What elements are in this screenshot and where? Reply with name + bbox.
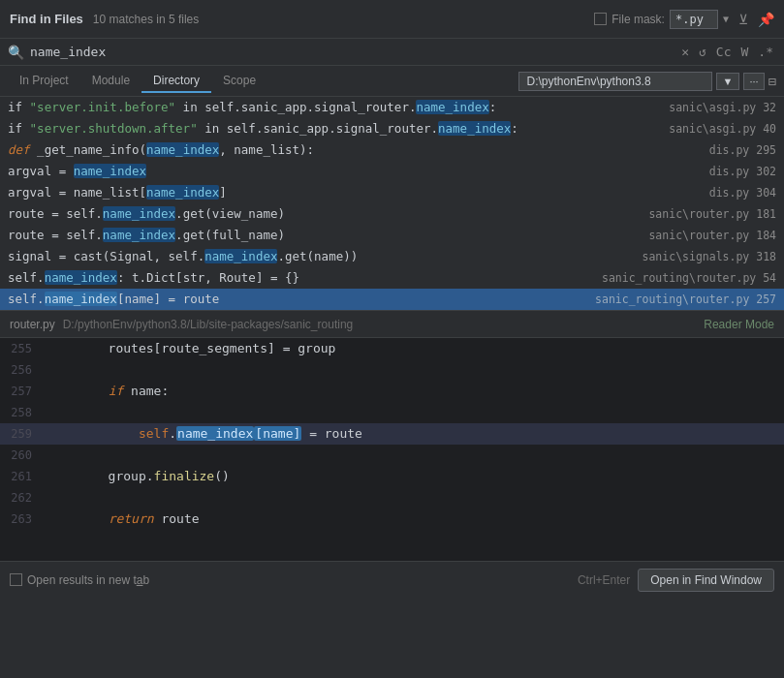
line-code: if name: [44,381,784,402]
result-code: self.name_index: t.Dict[str, Route] = {} [8,268,592,288]
result-row[interactable]: route = self.name_index.get(full_name) s… [0,225,784,246]
result-row[interactable]: if "server.init.before" in self.sanic_ap… [0,97,784,118]
result-row[interactable]: def _get_name_info(name_index, name_list… [0,139,784,161]
find-in-files-header: Find in Files 10 matches in 5 files File… [0,0,784,39]
line-code: self.name_index[name] = route [44,423,784,445]
search-actions: ✕ ↺ Cc W .* [678,44,776,60]
result-row[interactable]: argval = name_index dis.py 302 [0,161,784,182]
file-mask-label: File mask: [612,13,665,26]
pin-icon[interactable]: 📌 [758,12,774,27]
clear-button[interactable]: ✕ [678,44,692,60]
result-code: if "server.shutdown.after" in self.sanic… [8,119,659,139]
code-line: 255 routes[route_segments] = group [0,338,784,359]
reader-mode-button[interactable]: Reader Mode [704,318,774,331]
code-line: 263 return route [0,508,784,530]
file-mask-checkbox[interactable] [594,13,607,25]
line-code: group.finalize() [44,466,784,487]
footer: Open results in new tab Ctrl+Enter Open … [0,561,784,598]
result-code: if "server.init.before" in self.sanic_ap… [8,98,659,117]
line-number: 257 [0,381,44,402]
code-line-highlighted: 259 self.name_index[name] = route [0,423,784,445]
refresh-button[interactable]: ↺ [696,44,709,60]
result-code: self.name_index[name] = route [8,290,585,309]
result-file: sanic\router.py 184 [648,226,776,245]
line-code [44,487,784,508]
result-file: sanic_routing\router.py 54 [602,268,776,288]
open-new-tab-label: Open results in new tab [27,573,149,587]
file-mask-area: File mask: ▼ [594,10,729,29]
panel-title: Find in Files [10,12,83,26]
directory-dropdown-button[interactable]: ▼ [716,73,740,90]
result-row[interactable]: argval = name_list[name_index] dis.py 30… [0,182,784,203]
directory-input-wrap: ▼ ··· [518,72,765,91]
file-mask-input[interactable] [670,10,718,29]
result-file: sanic\asgi.py 32 [669,98,776,117]
line-number: 259 [0,423,44,445]
result-row[interactable]: self.name_index: t.Dict[str, Route] = {}… [0,267,784,289]
directory-path-input[interactable] [518,72,712,91]
line-code [44,402,784,423]
search-icon: 🔍 [8,45,24,60]
result-row-selected[interactable]: self.name_index[name] = route sanic_rout… [0,289,784,310]
result-row[interactable]: signal = cast(Signal, self.name_index.ge… [0,246,784,267]
line-number: 255 [0,338,44,359]
code-line: 257 if name: [0,381,784,402]
line-code: routes[route_segments] = group [44,338,784,359]
result-file: sanic\signals.py 318 [643,247,776,266]
open-new-tab-checkbox[interactable] [10,573,22,586]
result-file: sanic_routing\router.py 257 [595,290,776,309]
tab-scope[interactable]: Scope [211,70,267,93]
line-code [44,445,784,466]
scope-icon[interactable]: ⊟ [768,74,776,89]
result-code: route = self.name_index.get(view_name) [8,204,639,224]
results-list: if "server.init.before" in self.sanic_ap… [0,97,784,311]
tab-in-project[interactable]: In Project [8,70,80,93]
keyboard-shortcut: Ctrl+Enter [578,573,630,587]
filter-icon[interactable]: ⊻ [738,12,748,27]
open-find-window-button[interactable]: Open in Find Window [638,569,774,592]
result-file: dis.py 295 [709,140,776,160]
code-line: 258 [0,402,784,423]
open-new-tab-wrap: Open results in new tab [10,573,149,587]
whole-word-button[interactable]: W [738,44,752,60]
result-code: signal = cast(Signal, self.name_index.ge… [8,247,633,266]
line-code: return route [44,508,784,530]
line-number: 263 [0,508,44,530]
preview-filename: router.py [10,318,55,331]
result-file: sanic\asgi.py 40 [669,119,776,139]
result-code: def _get_name_info(name_index, name_list… [8,140,700,160]
result-code: route = self.name_index.get(full_name) [8,226,639,245]
preview-path: D:/pythonEnv/python3.8/Lib/site-packages… [63,318,354,331]
file-mask-dropdown[interactable]: ▼ [723,14,729,24]
code-line: 261 group.finalize() [0,466,784,487]
preview-header: router.py D:/pythonEnv/python3.8/Lib/sit… [0,311,784,338]
line-number: 262 [0,487,44,508]
result-row[interactable]: if "server.shutdown.after" in self.sanic… [0,118,784,139]
search-scope-tabs: In Project Module Directory Scope ▼ ··· … [0,66,784,97]
line-number: 261 [0,466,44,487]
result-file: dis.py 302 [709,162,776,181]
code-preview: 255 routes[route_segments] = group 256 2… [0,338,784,561]
line-number: 256 [0,359,44,381]
match-count: 10 matches in 5 files [93,13,199,26]
line-number: 258 [0,402,44,423]
search-input[interactable] [30,45,673,59]
result-code: argval = name_list[name_index] [8,183,700,202]
result-file: dis.py 304 [709,183,776,202]
code-line: 262 [0,487,784,508]
line-number: 260 [0,445,44,466]
case-sensitive-button[interactable]: Cc [713,44,735,60]
directory-browse-button[interactable]: ··· [743,73,764,90]
result-file: sanic\router.py 181 [648,204,776,224]
code-line: 260 [0,445,784,466]
tab-module[interactable]: Module [80,70,141,93]
line-code [44,359,784,381]
code-line: 256 [0,359,784,381]
result-row[interactable]: route = self.name_index.get(view_name) s… [0,203,784,225]
regex-button[interactable]: .* [755,44,776,60]
tab-directory[interactable]: Directory [141,70,211,93]
result-code: argval = name_index [8,162,700,181]
search-bar: 🔍 ✕ ↺ Cc W .* [0,39,784,66]
